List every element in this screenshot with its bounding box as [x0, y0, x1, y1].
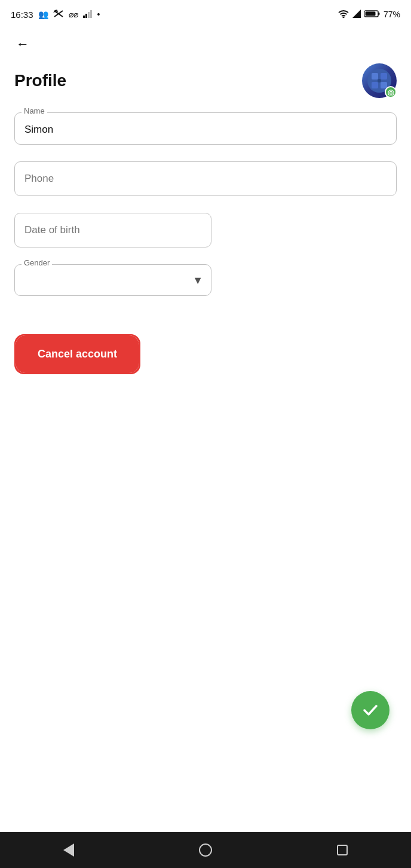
svg-point-14	[378, 79, 381, 82]
svg-rect-2	[88, 12, 90, 18]
svg-rect-3	[90, 10, 92, 18]
voicemail-icon: ⌀⌀	[69, 10, 78, 19]
status-time: 16:33	[11, 10, 33, 20]
svg-rect-1	[85, 14, 87, 18]
people-icon: 👥	[38, 10, 48, 19]
name-label: Name	[22, 106, 47, 115]
svg-rect-8	[365, 11, 375, 16]
svg-point-4	[342, 16, 344, 18]
svg-marker-5	[352, 10, 361, 18]
signal-icon	[83, 10, 93, 20]
page-title: Profile	[14, 71, 66, 90]
avatar-container[interactable]	[362, 63, 397, 98]
back-nav-icon	[63, 843, 74, 857]
svg-rect-7	[378, 13, 380, 15]
battery-icon	[364, 10, 380, 20]
gender-select[interactable]: Male Female Other	[14, 264, 211, 296]
gender-field: Gender Male Female Other ▼	[14, 264, 211, 296]
fab-confirm-button[interactable]	[351, 691, 389, 729]
home-nav-icon	[199, 843, 212, 857]
nav-back-button[interactable]	[54, 836, 83, 864]
phone-field	[14, 161, 397, 196]
page-header: Profile	[0, 57, 411, 98]
wifi-icon	[338, 10, 349, 20]
svg-rect-12	[381, 73, 387, 80]
dot-icon: •	[97, 10, 100, 19]
svg-rect-11	[372, 82, 378, 88]
nav-home-button[interactable]	[191, 836, 220, 864]
name-input[interactable]	[14, 112, 397, 145]
back-button[interactable]: ←	[12, 33, 33, 55]
gender-label: Gender	[22, 258, 52, 267]
svg-point-16	[389, 91, 392, 94]
battery-percent: 77%	[384, 10, 400, 19]
svg-rect-0	[83, 16, 85, 18]
back-arrow-icon: ←	[16, 36, 29, 52]
phone-input[interactable]	[14, 161, 397, 196]
dob-input[interactable]	[14, 213, 211, 247]
dob-field	[14, 213, 211, 247]
camera-badge[interactable]	[385, 86, 397, 98]
nav-recent-button[interactable]	[328, 836, 357, 864]
signal-strength-icon	[352, 10, 361, 20]
name-field: Name	[14, 112, 397, 145]
form-container: Name Gender Male Female Other ▼	[0, 98, 411, 313]
status-bar: 16:33 👥 ⌀⌀ •	[0, 0, 411, 26]
recent-nav-icon	[337, 845, 348, 855]
cancel-account-wrapper: Cancel account	[0, 313, 411, 374]
cancel-account-outer: Cancel account	[14, 334, 140, 374]
phone-cross-icon	[53, 10, 64, 20]
cancel-account-button[interactable]: Cancel account	[17, 337, 137, 371]
check-icon	[361, 701, 379, 719]
bottom-nav-bar	[0, 832, 411, 868]
svg-rect-10	[372, 73, 378, 80]
